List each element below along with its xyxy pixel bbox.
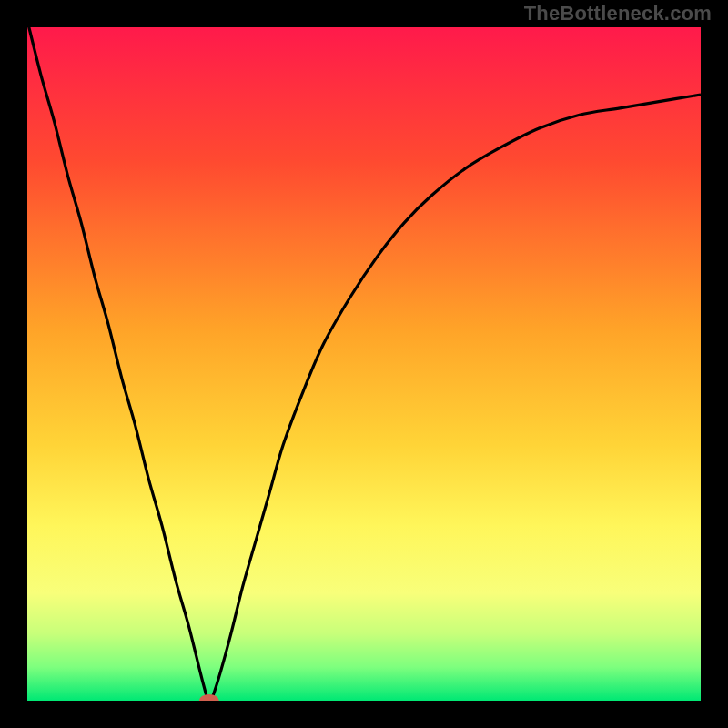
watermark-text: TheBottleneck.com — [524, 2, 712, 25]
bottleneck-marker — [199, 694, 219, 707]
chart-frame: TheBottleneck.com — [0, 0, 728, 728]
plot-background — [27, 27, 701, 701]
chart-svg — [0, 0, 728, 728]
